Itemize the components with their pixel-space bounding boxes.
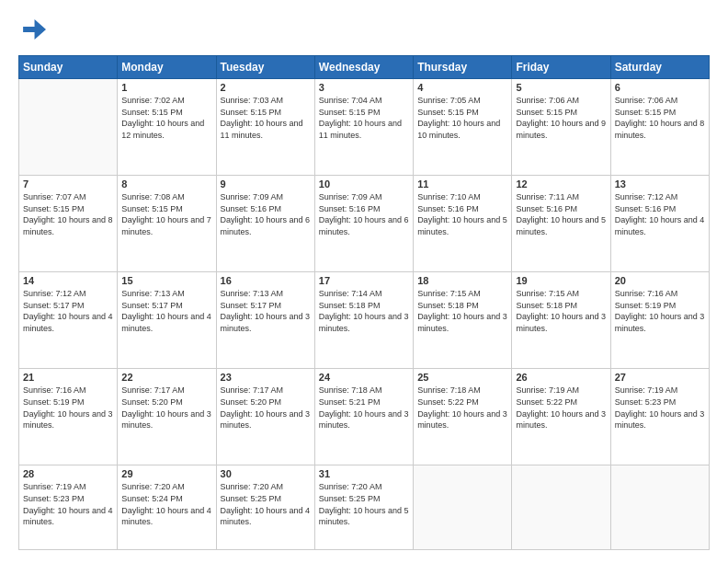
calendar-week-row: 7Sunrise: 7:07 AM Sunset: 5:15 PM Daylig… (19, 176, 710, 272)
svg-marker-0 (23, 19, 46, 40)
table-row: 7Sunrise: 7:07 AM Sunset: 5:15 PM Daylig… (19, 176, 118, 272)
day-number: 4 (417, 82, 507, 93)
day-number: 10 (319, 178, 409, 190)
table-row: 4Sunrise: 7:05 AM Sunset: 5:15 PM Daylig… (414, 79, 512, 176)
day-info: Sunrise: 7:10 AM Sunset: 5:16 PM Dayligh… (417, 191, 507, 237)
table-row: 26Sunrise: 7:19 AM Sunset: 5:22 PM Dayli… (512, 369, 610, 465)
table-row: 16Sunrise: 7:13 AM Sunset: 5:17 PM Dayli… (216, 272, 314, 369)
table-row: 8Sunrise: 7:08 AM Sunset: 5:15 PM Daylig… (118, 176, 216, 272)
day-number: 27 (615, 372, 705, 383)
table-row: 13Sunrise: 7:12 AM Sunset: 5:16 PM Dayli… (610, 176, 709, 272)
header-row: Sunday Monday Tuesday Wednesday Thursday… (19, 56, 710, 79)
day-info: Sunrise: 7:13 AM Sunset: 5:17 PM Dayligh… (221, 288, 311, 334)
day-info: Sunrise: 7:07 AM Sunset: 5:15 PM Dayligh… (23, 191, 113, 237)
table-row: 1Sunrise: 7:02 AM Sunset: 5:15 PM Daylig… (118, 79, 216, 176)
col-wednesday: Wednesday (314, 56, 413, 79)
day-info: Sunrise: 7:05 AM Sunset: 5:15 PM Dayligh… (417, 95, 507, 141)
day-number: 31 (319, 468, 409, 479)
day-number: 7 (23, 178, 113, 190)
day-number: 5 (516, 82, 606, 93)
day-info: Sunrise: 7:08 AM Sunset: 5:15 PM Dayligh… (121, 191, 211, 237)
day-info: Sunrise: 7:02 AM Sunset: 5:15 PM Dayligh… (121, 95, 211, 141)
day-info: Sunrise: 7:19 AM Sunset: 5:23 PM Dayligh… (23, 481, 113, 527)
day-info: Sunrise: 7:04 AM Sunset: 5:15 PM Dayligh… (319, 95, 409, 141)
table-row: 24Sunrise: 7:18 AM Sunset: 5:21 PM Dayli… (314, 369, 413, 465)
col-tuesday: Tuesday (216, 56, 314, 79)
table-row: 19Sunrise: 7:15 AM Sunset: 5:18 PM Dayli… (512, 272, 610, 369)
day-info: Sunrise: 7:03 AM Sunset: 5:15 PM Dayligh… (221, 95, 311, 141)
table-row: 15Sunrise: 7:13 AM Sunset: 5:17 PM Dayli… (118, 272, 216, 369)
col-sunday: Sunday (19, 56, 118, 79)
day-info: Sunrise: 7:19 AM Sunset: 5:23 PM Dayligh… (615, 385, 705, 431)
table-row: 29Sunrise: 7:20 AM Sunset: 5:24 PM Dayli… (118, 465, 216, 550)
calendar-week-row: 1Sunrise: 7:02 AM Sunset: 5:15 PM Daylig… (19, 79, 710, 176)
page: Sunday Monday Tuesday Wednesday Thursday… (0, 0, 728, 563)
day-number: 22 (121, 372, 211, 383)
day-info: Sunrise: 7:17 AM Sunset: 5:20 PM Dayligh… (121, 385, 211, 431)
table-row: 31Sunrise: 7:20 AM Sunset: 5:25 PM Dayli… (314, 465, 413, 550)
day-info: Sunrise: 7:15 AM Sunset: 5:18 PM Dayligh… (516, 288, 606, 334)
calendar-week-row: 14Sunrise: 7:12 AM Sunset: 5:17 PM Dayli… (19, 272, 710, 369)
calendar-table: Sunday Monday Tuesday Wednesday Thursday… (18, 55, 710, 550)
table-row: 17Sunrise: 7:14 AM Sunset: 5:18 PM Dayli… (314, 272, 413, 369)
table-row: 12Sunrise: 7:11 AM Sunset: 5:16 PM Dayli… (512, 176, 610, 272)
table-row: 25Sunrise: 7:18 AM Sunset: 5:22 PM Dayli… (414, 369, 512, 465)
table-row: 21Sunrise: 7:16 AM Sunset: 5:19 PM Dayli… (19, 369, 118, 465)
day-info: Sunrise: 7:09 AM Sunset: 5:16 PM Dayligh… (221, 191, 311, 237)
day-number: 25 (417, 372, 507, 383)
table-row: 10Sunrise: 7:09 AM Sunset: 5:16 PM Dayli… (314, 176, 413, 272)
day-number: 6 (615, 82, 705, 93)
table-row: 5Sunrise: 7:06 AM Sunset: 5:15 PM Daylig… (512, 79, 610, 176)
table-row: 6Sunrise: 7:06 AM Sunset: 5:15 PM Daylig… (610, 79, 709, 176)
table-row: 27Sunrise: 7:19 AM Sunset: 5:23 PM Dayli… (610, 369, 709, 465)
day-number: 15 (121, 275, 211, 286)
day-number: 18 (417, 275, 507, 286)
day-number: 21 (23, 372, 113, 383)
day-info: Sunrise: 7:06 AM Sunset: 5:15 PM Dayligh… (516, 95, 606, 141)
table-row: 9Sunrise: 7:09 AM Sunset: 5:16 PM Daylig… (216, 176, 314, 272)
day-info: Sunrise: 7:20 AM Sunset: 5:25 PM Dayligh… (319, 481, 409, 527)
calendar-week-row: 28Sunrise: 7:19 AM Sunset: 5:23 PM Dayli… (19, 465, 710, 550)
table-row: 20Sunrise: 7:16 AM Sunset: 5:19 PM Dayli… (610, 272, 709, 369)
table-row (19, 79, 118, 176)
day-number: 30 (221, 468, 311, 479)
day-info: Sunrise: 7:13 AM Sunset: 5:17 PM Dayligh… (121, 288, 211, 334)
day-number: 12 (516, 178, 606, 190)
day-info: Sunrise: 7:18 AM Sunset: 5:21 PM Dayligh… (319, 385, 409, 431)
table-row (414, 465, 512, 550)
day-number: 13 (615, 178, 705, 190)
col-friday: Friday (512, 56, 610, 79)
day-info: Sunrise: 7:15 AM Sunset: 5:18 PM Dayligh… (417, 288, 507, 334)
table-row: 11Sunrise: 7:10 AM Sunset: 5:16 PM Dayli… (414, 176, 512, 272)
day-info: Sunrise: 7:17 AM Sunset: 5:20 PM Dayligh… (221, 385, 311, 431)
day-number: 9 (221, 178, 311, 190)
day-number: 16 (221, 275, 311, 286)
table-row: 3Sunrise: 7:04 AM Sunset: 5:15 PM Daylig… (314, 79, 413, 176)
day-number: 20 (615, 275, 705, 286)
col-saturday: Saturday (610, 56, 709, 79)
table-row: 23Sunrise: 7:17 AM Sunset: 5:20 PM Dayli… (216, 369, 314, 465)
table-row: 22Sunrise: 7:17 AM Sunset: 5:20 PM Dayli… (118, 369, 216, 465)
day-number: 3 (319, 82, 409, 93)
calendar-week-row: 21Sunrise: 7:16 AM Sunset: 5:19 PM Dayli… (19, 369, 710, 465)
header (18, 17, 710, 46)
day-number: 28 (23, 468, 113, 479)
table-row: 14Sunrise: 7:12 AM Sunset: 5:17 PM Dayli… (19, 272, 118, 369)
day-info: Sunrise: 7:16 AM Sunset: 5:19 PM Dayligh… (615, 288, 705, 334)
day-number: 2 (221, 82, 311, 93)
day-info: Sunrise: 7:16 AM Sunset: 5:19 PM Dayligh… (23, 385, 113, 431)
table-row: 2Sunrise: 7:03 AM Sunset: 5:15 PM Daylig… (216, 79, 314, 176)
day-info: Sunrise: 7:20 AM Sunset: 5:25 PM Dayligh… (221, 481, 311, 527)
day-number: 29 (121, 468, 211, 479)
day-info: Sunrise: 7:14 AM Sunset: 5:18 PM Dayligh… (319, 288, 409, 334)
table-row: 18Sunrise: 7:15 AM Sunset: 5:18 PM Dayli… (414, 272, 512, 369)
logo-icon (20, 17, 46, 42)
day-number: 1 (121, 82, 211, 93)
day-number: 24 (319, 372, 409, 383)
table-row (512, 465, 610, 550)
day-info: Sunrise: 7:18 AM Sunset: 5:22 PM Dayligh… (417, 385, 507, 431)
table-row: 28Sunrise: 7:19 AM Sunset: 5:23 PM Dayli… (19, 465, 118, 550)
day-number: 14 (23, 275, 113, 286)
day-number: 23 (221, 372, 311, 383)
day-info: Sunrise: 7:19 AM Sunset: 5:22 PM Dayligh… (516, 385, 606, 431)
